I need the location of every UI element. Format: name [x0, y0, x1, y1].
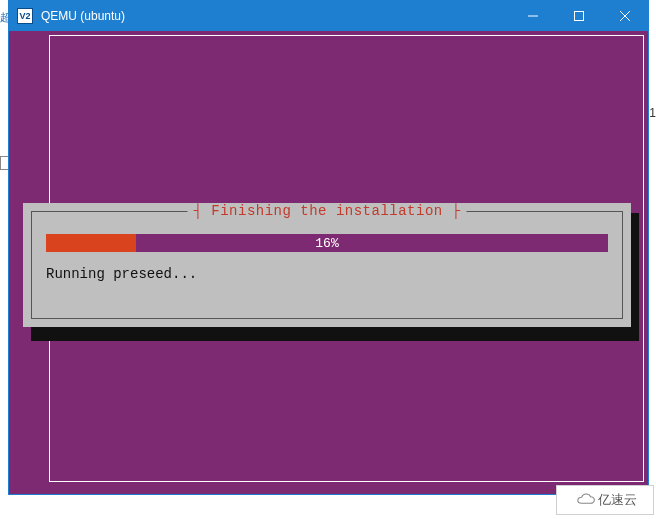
status-text: Running preseed...	[46, 266, 197, 282]
installer-dialog: ┤ Finishing the installation ├ 16% Runni…	[23, 203, 631, 327]
minimize-icon	[528, 11, 538, 21]
svg-rect-1	[575, 12, 584, 21]
maximize-button[interactable]	[556, 1, 602, 31]
minimize-button[interactable]	[510, 1, 556, 31]
titlebar[interactable]: V2 QEMU (ubuntu)	[9, 1, 648, 31]
page-edge-num-right: 1	[649, 106, 656, 120]
window-title: QEMU (ubuntu)	[41, 9, 510, 23]
app-window: V2 QEMU (ubuntu) ┤ Finishing the install…	[8, 0, 649, 495]
watermark: 亿速云	[556, 485, 654, 515]
cloud-icon	[574, 493, 596, 507]
maximize-icon	[574, 11, 584, 21]
progress-percent-label: 16%	[46, 234, 608, 252]
watermark-text: 亿速云	[598, 491, 637, 509]
progress-bar: 16%	[46, 234, 608, 252]
close-icon	[620, 11, 630, 21]
vm-display[interactable]: ┤ Finishing the installation ├ 16% Runni…	[9, 31, 648, 494]
window-controls	[510, 1, 648, 31]
app-icon: V2	[17, 8, 33, 24]
close-button[interactable]	[602, 1, 648, 31]
dialog-inner: ┤ Finishing the installation ├ 16% Runni…	[31, 211, 623, 319]
dialog-title: ┤ Finishing the installation ├	[187, 203, 466, 219]
